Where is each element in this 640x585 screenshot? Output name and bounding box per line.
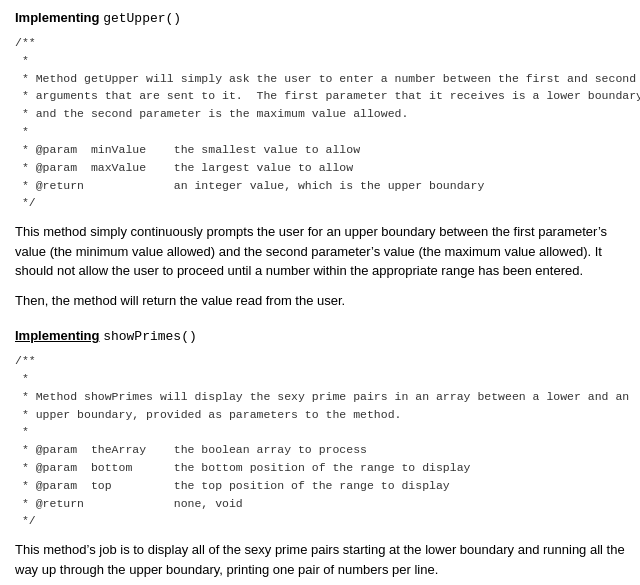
section1-prose1: This method simply continuously prompts … bbox=[15, 222, 625, 281]
section-showprimes: Implementing showPrimes() /** * * Method… bbox=[15, 328, 625, 585]
section2-prose1: This method’s job is to display all of t… bbox=[15, 540, 625, 579]
section2-title: Implementing showPrimes() bbox=[15, 328, 625, 344]
section2-title-method: showPrimes() bbox=[103, 329, 197, 344]
section1-title: Implementing getUpper() bbox=[15, 10, 625, 26]
section1-prose2: Then, the method will return the value r… bbox=[15, 291, 625, 311]
section2-title-bold: Implementing bbox=[15, 328, 100, 343]
section2-code: /** * * Method showPrimes will display t… bbox=[15, 352, 625, 530]
section-getupper: Implementing getUpper() /** * * Method g… bbox=[15, 10, 625, 310]
section1-title-bold: Implementing bbox=[15, 10, 100, 25]
section1-code: /** * * Method getUpper will simply ask … bbox=[15, 34, 625, 212]
section1-title-method: getUpper() bbox=[103, 11, 181, 26]
